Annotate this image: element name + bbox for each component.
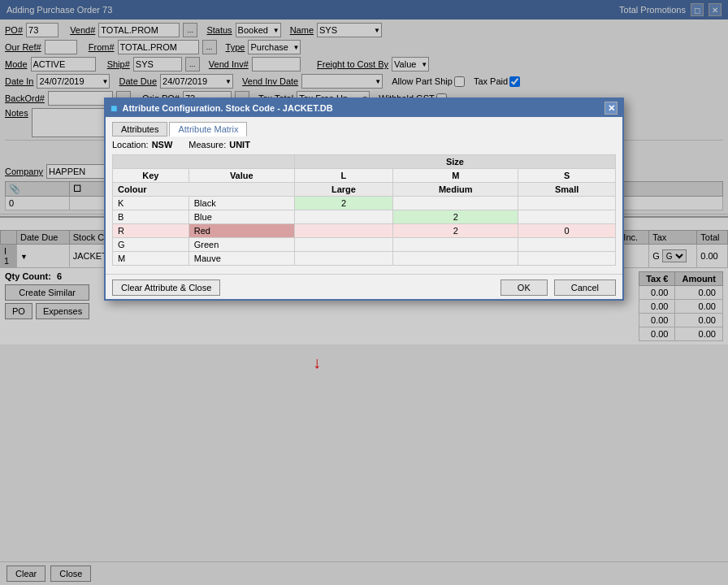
dialog-title-left: ■ Attribute Configuration. Stock Code - … <box>110 102 333 115</box>
matrix-row[interactable]: G Green <box>113 238 616 252</box>
matrix-M[interactable]: 2 <box>393 210 518 224</box>
dialog-close-btn[interactable]: ✕ <box>604 102 618 115</box>
size-large-header: Large <box>294 183 392 197</box>
matrix-M[interactable]: 2 <box>393 224 518 238</box>
matrix-L[interactable] <box>294 224 392 238</box>
colour-header <box>113 155 295 169</box>
matrix-S[interactable] <box>518 210 616 224</box>
dialog-titlebar: ■ Attribute Configuration. Stock Code - … <box>106 99 622 117</box>
matrix-M[interactable] <box>393 197 518 210</box>
cancel-btn[interactable]: Cancel <box>554 280 616 296</box>
attribute-dialog: ■ Attribute Configuration. Stock Code - … <box>104 98 624 301</box>
matrix-key: G <box>113 238 189 252</box>
matrix-S[interactable] <box>518 197 616 210</box>
size-small-header: Small <box>518 183 616 197</box>
size-M-header: M <box>393 169 518 183</box>
matrix-L[interactable] <box>294 252 392 266</box>
measure-info: Measure: UNIT <box>188 140 250 150</box>
matrix-key: K <box>113 197 189 210</box>
size-S-header: S <box>518 169 616 183</box>
matrix-value: Mauve <box>188 252 294 266</box>
matrix-value: Black <box>188 197 294 210</box>
tab-attribute-matrix[interactable]: Attribute Matrix <box>169 122 247 136</box>
matrix-S[interactable]: 0 <box>518 224 616 238</box>
matrix-row[interactable]: K Black 2 <box>113 197 616 210</box>
matrix-value: Red <box>188 224 294 238</box>
matrix-value: Blue <box>188 210 294 224</box>
key-col-header: Key <box>113 169 189 183</box>
location-info: Location: NSW <box>112 140 172 150</box>
matrix-table: Size Key Value L M S Colour Large Medium… <box>112 154 616 266</box>
size-L-header: L <box>294 169 392 183</box>
matrix-row[interactable]: B Blue 2 <box>113 210 616 224</box>
dialog-title-text: Attribute Configuration. Stock Code - JA… <box>122 103 332 113</box>
matrix-key: R <box>113 224 189 238</box>
value-col-header: Value <box>188 169 294 183</box>
clear-attribute-btn[interactable]: Clear Attribute & Close <box>112 280 220 296</box>
matrix-value: Green <box>188 238 294 252</box>
dialog-ok-cancel: OK Cancel <box>500 280 616 296</box>
colour-subheader: Colour <box>113 183 295 197</box>
matrix-S[interactable] <box>518 238 616 252</box>
matrix-key: M <box>113 252 189 266</box>
measure-value: UNIT <box>229 140 250 150</box>
matrix-L[interactable] <box>294 238 392 252</box>
size-medium-header: Medium <box>393 183 518 197</box>
matrix-row[interactable]: R Red 2 0 <box>113 224 616 238</box>
matrix-row[interactable]: M Mauve <box>113 252 616 266</box>
matrix-M[interactable] <box>393 252 518 266</box>
dialog-icon: ■ <box>110 102 117 115</box>
matrix-key: B <box>113 210 189 224</box>
dialog-info: Location: NSW Measure: UNIT <box>112 140 616 150</box>
matrix-L[interactable] <box>294 210 392 224</box>
dialog-body: Attributes Attribute Matrix Location: NS… <box>106 117 622 271</box>
matrix-S[interactable] <box>518 252 616 266</box>
dialog-overlay: ■ Attribute Configuration. Stock Code - … <box>0 0 728 344</box>
size-header: Size <box>294 155 615 169</box>
ok-btn[interactable]: OK <box>500 280 548 296</box>
matrix-M[interactable] <box>393 238 518 252</box>
matrix-L[interactable]: 2 <box>294 197 392 210</box>
measure-label: Measure: <box>188 140 226 150</box>
dialog-footer: Clear Attribute & Close OK Cancel <box>106 274 622 299</box>
dialog-tabs: Attributes Attribute Matrix <box>112 122 616 136</box>
location-label: Location: <box>112 140 149 150</box>
tab-attributes[interactable]: Attributes <box>112 122 167 136</box>
location-value: NSW <box>152 140 173 150</box>
